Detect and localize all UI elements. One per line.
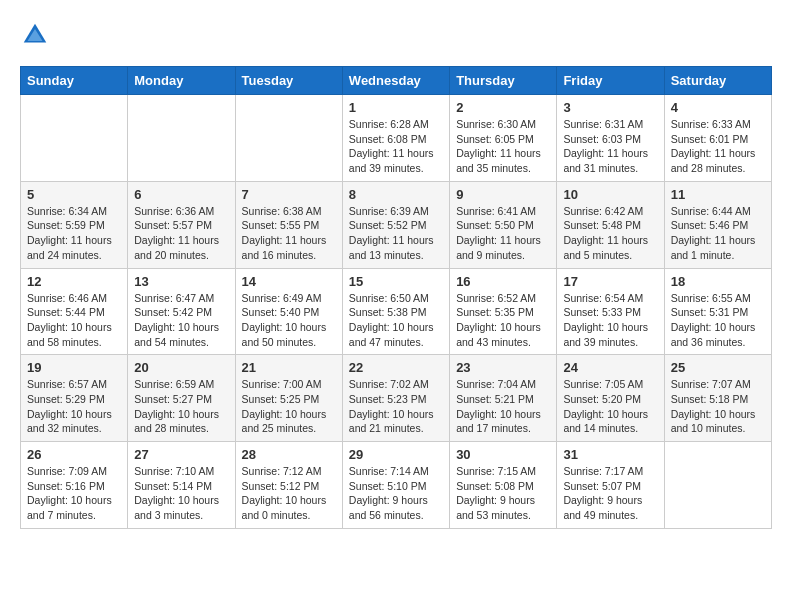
calendar-cell <box>128 95 235 182</box>
day-number: 26 <box>27 447 121 462</box>
calendar-cell: 15Sunrise: 6:50 AM Sunset: 5:38 PM Dayli… <box>342 268 449 355</box>
day-info: Sunrise: 6:41 AM Sunset: 5:50 PM Dayligh… <box>456 204 550 263</box>
day-info: Sunrise: 7:10 AM Sunset: 5:14 PM Dayligh… <box>134 464 228 523</box>
day-number: 11 <box>671 187 765 202</box>
calendar-week-1: 1Sunrise: 6:28 AM Sunset: 6:08 PM Daylig… <box>21 95 772 182</box>
day-info: Sunrise: 7:04 AM Sunset: 5:21 PM Dayligh… <box>456 377 550 436</box>
weekday-header-tuesday: Tuesday <box>235 67 342 95</box>
calendar-cell: 2Sunrise: 6:30 AM Sunset: 6:05 PM Daylig… <box>450 95 557 182</box>
calendar-cell: 22Sunrise: 7:02 AM Sunset: 5:23 PM Dayli… <box>342 355 449 442</box>
calendar-cell: 27Sunrise: 7:10 AM Sunset: 5:14 PM Dayli… <box>128 442 235 529</box>
day-info: Sunrise: 6:39 AM Sunset: 5:52 PM Dayligh… <box>349 204 443 263</box>
day-number: 28 <box>242 447 336 462</box>
day-number: 13 <box>134 274 228 289</box>
day-info: Sunrise: 6:36 AM Sunset: 5:57 PM Dayligh… <box>134 204 228 263</box>
calendar-cell: 23Sunrise: 7:04 AM Sunset: 5:21 PM Dayli… <box>450 355 557 442</box>
day-number: 7 <box>242 187 336 202</box>
day-number: 18 <box>671 274 765 289</box>
weekday-header-saturday: Saturday <box>664 67 771 95</box>
day-info: Sunrise: 7:00 AM Sunset: 5:25 PM Dayligh… <box>242 377 336 436</box>
day-info: Sunrise: 6:42 AM Sunset: 5:48 PM Dayligh… <box>563 204 657 263</box>
calendar-cell: 31Sunrise: 7:17 AM Sunset: 5:07 PM Dayli… <box>557 442 664 529</box>
weekday-header-wednesday: Wednesday <box>342 67 449 95</box>
day-info: Sunrise: 6:46 AM Sunset: 5:44 PM Dayligh… <box>27 291 121 350</box>
day-info: Sunrise: 7:17 AM Sunset: 5:07 PM Dayligh… <box>563 464 657 523</box>
calendar-cell <box>664 442 771 529</box>
calendar-week-3: 12Sunrise: 6:46 AM Sunset: 5:44 PM Dayli… <box>21 268 772 355</box>
weekday-header-friday: Friday <box>557 67 664 95</box>
calendar-cell: 9Sunrise: 6:41 AM Sunset: 5:50 PM Daylig… <box>450 181 557 268</box>
day-number: 4 <box>671 100 765 115</box>
day-number: 30 <box>456 447 550 462</box>
calendar-cell: 28Sunrise: 7:12 AM Sunset: 5:12 PM Dayli… <box>235 442 342 529</box>
day-number: 29 <box>349 447 443 462</box>
page-header <box>20 20 772 50</box>
calendar-week-2: 5Sunrise: 6:34 AM Sunset: 5:59 PM Daylig… <box>21 181 772 268</box>
calendar-cell: 10Sunrise: 6:42 AM Sunset: 5:48 PM Dayli… <box>557 181 664 268</box>
calendar-cell: 16Sunrise: 6:52 AM Sunset: 5:35 PM Dayli… <box>450 268 557 355</box>
calendar-week-5: 26Sunrise: 7:09 AM Sunset: 5:16 PM Dayli… <box>21 442 772 529</box>
weekday-header-sunday: Sunday <box>21 67 128 95</box>
day-info: Sunrise: 6:33 AM Sunset: 6:01 PM Dayligh… <box>671 117 765 176</box>
day-number: 23 <box>456 360 550 375</box>
calendar-cell: 17Sunrise: 6:54 AM Sunset: 5:33 PM Dayli… <box>557 268 664 355</box>
calendar-cell: 13Sunrise: 6:47 AM Sunset: 5:42 PM Dayli… <box>128 268 235 355</box>
calendar-cell: 20Sunrise: 6:59 AM Sunset: 5:27 PM Dayli… <box>128 355 235 442</box>
day-info: Sunrise: 6:57 AM Sunset: 5:29 PM Dayligh… <box>27 377 121 436</box>
day-info: Sunrise: 7:15 AM Sunset: 5:08 PM Dayligh… <box>456 464 550 523</box>
day-info: Sunrise: 6:52 AM Sunset: 5:35 PM Dayligh… <box>456 291 550 350</box>
day-info: Sunrise: 6:47 AM Sunset: 5:42 PM Dayligh… <box>134 291 228 350</box>
day-info: Sunrise: 6:49 AM Sunset: 5:40 PM Dayligh… <box>242 291 336 350</box>
logo <box>20 20 54 50</box>
day-info: Sunrise: 6:55 AM Sunset: 5:31 PM Dayligh… <box>671 291 765 350</box>
day-number: 24 <box>563 360 657 375</box>
day-number: 19 <box>27 360 121 375</box>
day-number: 25 <box>671 360 765 375</box>
calendar-cell: 30Sunrise: 7:15 AM Sunset: 5:08 PM Dayli… <box>450 442 557 529</box>
calendar-cell: 11Sunrise: 6:44 AM Sunset: 5:46 PM Dayli… <box>664 181 771 268</box>
calendar-cell <box>235 95 342 182</box>
day-info: Sunrise: 7:02 AM Sunset: 5:23 PM Dayligh… <box>349 377 443 436</box>
day-info: Sunrise: 7:07 AM Sunset: 5:18 PM Dayligh… <box>671 377 765 436</box>
calendar-week-4: 19Sunrise: 6:57 AM Sunset: 5:29 PM Dayli… <box>21 355 772 442</box>
day-info: Sunrise: 6:50 AM Sunset: 5:38 PM Dayligh… <box>349 291 443 350</box>
day-info: Sunrise: 6:44 AM Sunset: 5:46 PM Dayligh… <box>671 204 765 263</box>
calendar-cell: 4Sunrise: 6:33 AM Sunset: 6:01 PM Daylig… <box>664 95 771 182</box>
day-number: 17 <box>563 274 657 289</box>
day-number: 21 <box>242 360 336 375</box>
calendar-cell: 19Sunrise: 6:57 AM Sunset: 5:29 PM Dayli… <box>21 355 128 442</box>
weekday-header-row: SundayMondayTuesdayWednesdayThursdayFrid… <box>21 67 772 95</box>
day-number: 14 <box>242 274 336 289</box>
day-info: Sunrise: 7:05 AM Sunset: 5:20 PM Dayligh… <box>563 377 657 436</box>
day-number: 8 <box>349 187 443 202</box>
calendar-cell <box>21 95 128 182</box>
weekday-header-monday: Monday <box>128 67 235 95</box>
day-info: Sunrise: 6:34 AM Sunset: 5:59 PM Dayligh… <box>27 204 121 263</box>
calendar-cell: 21Sunrise: 7:00 AM Sunset: 5:25 PM Dayli… <box>235 355 342 442</box>
calendar-cell: 18Sunrise: 6:55 AM Sunset: 5:31 PM Dayli… <box>664 268 771 355</box>
day-number: 5 <box>27 187 121 202</box>
calendar-cell: 1Sunrise: 6:28 AM Sunset: 6:08 PM Daylig… <box>342 95 449 182</box>
day-number: 9 <box>456 187 550 202</box>
calendar-cell: 7Sunrise: 6:38 AM Sunset: 5:55 PM Daylig… <box>235 181 342 268</box>
calendar-cell: 6Sunrise: 6:36 AM Sunset: 5:57 PM Daylig… <box>128 181 235 268</box>
calendar-cell: 29Sunrise: 7:14 AM Sunset: 5:10 PM Dayli… <box>342 442 449 529</box>
day-number: 20 <box>134 360 228 375</box>
day-info: Sunrise: 6:30 AM Sunset: 6:05 PM Dayligh… <box>456 117 550 176</box>
day-info: Sunrise: 7:12 AM Sunset: 5:12 PM Dayligh… <box>242 464 336 523</box>
day-info: Sunrise: 7:09 AM Sunset: 5:16 PM Dayligh… <box>27 464 121 523</box>
day-number: 3 <box>563 100 657 115</box>
day-number: 10 <box>563 187 657 202</box>
day-number: 16 <box>456 274 550 289</box>
day-number: 2 <box>456 100 550 115</box>
calendar-cell: 12Sunrise: 6:46 AM Sunset: 5:44 PM Dayli… <box>21 268 128 355</box>
day-info: Sunrise: 6:54 AM Sunset: 5:33 PM Dayligh… <box>563 291 657 350</box>
calendar-cell: 3Sunrise: 6:31 AM Sunset: 6:03 PM Daylig… <box>557 95 664 182</box>
day-number: 15 <box>349 274 443 289</box>
day-number: 27 <box>134 447 228 462</box>
calendar-cell: 25Sunrise: 7:07 AM Sunset: 5:18 PM Dayli… <box>664 355 771 442</box>
day-number: 22 <box>349 360 443 375</box>
day-info: Sunrise: 6:31 AM Sunset: 6:03 PM Dayligh… <box>563 117 657 176</box>
day-number: 31 <box>563 447 657 462</box>
calendar-cell: 24Sunrise: 7:05 AM Sunset: 5:20 PM Dayli… <box>557 355 664 442</box>
